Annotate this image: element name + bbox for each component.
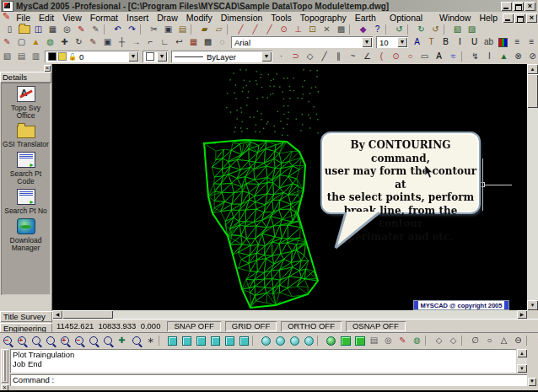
menu-optional-modules[interactable]: Optional Modules xyxy=(385,13,435,24)
command-dock-grip[interactable] xyxy=(1,349,8,383)
aerial-view-button[interactable] xyxy=(129,335,143,346)
view-sphere-4-button[interactable] xyxy=(302,335,316,346)
view-sphere-2-button[interactable] xyxy=(273,335,288,346)
text-style-button[interactable]: A xyxy=(410,36,424,48)
menu-insert[interactable]: Insert xyxy=(122,13,153,24)
paste-button[interactable]: ▤ xyxy=(175,24,190,35)
circle-button[interactable]: ⊙ xyxy=(389,51,403,62)
scroll-up-icon[interactable]: ▲ xyxy=(517,349,527,357)
linetype-combo[interactable]: ByLayer ▼ xyxy=(171,51,272,62)
horizontal-scroll-thumb[interactable] xyxy=(62,310,113,319)
fillet-button[interactable]: ⌐ xyxy=(143,36,158,48)
scroll-left-icon[interactable]: ◀ xyxy=(52,310,62,319)
db-sync-button[interactable]: ↻ xyxy=(414,24,428,35)
scroll-right-icon[interactable]: ▶ xyxy=(517,310,527,319)
sidebar-section-title-survey[interactable]: Title Survey xyxy=(0,311,52,322)
trim-button[interactable]: ┼ xyxy=(115,36,129,48)
render-out-button[interactable]: ▤ xyxy=(367,335,381,346)
view-iso-ne-button[interactable] xyxy=(194,335,208,346)
zoom-all-button[interactable] xyxy=(86,335,100,346)
warn-triangle-button[interactable]: ▲ xyxy=(29,36,43,48)
sidebar-close-icon[interactable]: × xyxy=(44,65,51,72)
gradient-button[interactable]: ≈ xyxy=(446,51,460,62)
font-color-button[interactable] xyxy=(496,36,510,48)
close-icon[interactable]: × xyxy=(525,2,535,11)
horizontal-scrollbar[interactable]: ◀ ▶ xyxy=(52,310,527,319)
sidebar-item-download-manager[interactable]: Download Manager xyxy=(1,218,51,252)
menu-format[interactable]: Format xyxy=(86,13,122,24)
text-button[interactable]: A xyxy=(432,51,446,62)
solid-cone-button[interactable]: △ xyxy=(497,335,511,346)
polyline-button[interactable]: ⊃ xyxy=(288,51,303,62)
underline-button[interactable]: U xyxy=(467,36,482,48)
print-button[interactable]: ▦ xyxy=(46,24,60,35)
view-iso-nw-button[interactable] xyxy=(208,335,223,346)
pan-button[interactable]: ✚ xyxy=(115,335,129,346)
status-osnap-off[interactable]: OSNAP OFF xyxy=(346,321,406,331)
strike-button[interactable]: ab xyxy=(482,36,496,48)
render-pen-button[interactable]: ✎ xyxy=(395,335,410,346)
region-button[interactable]: ▩ xyxy=(334,24,348,35)
solid-cylinder-button[interactable]: ⊖ xyxy=(511,335,525,346)
scroll-up-icon[interactable]: ▲ xyxy=(527,64,538,74)
menu-window[interactable]: Window xyxy=(435,13,475,24)
file-new-button[interactable]: ▯ xyxy=(3,24,17,35)
surface-1-button[interactable]: ◇ xyxy=(432,335,446,346)
font-combo[interactable]: Arial ▼ xyxy=(231,36,373,48)
array-button[interactable]: ▩ xyxy=(201,36,215,48)
solid-slice-button[interactable]: ∅ xyxy=(468,335,482,346)
move-button[interactable]: ✚ xyxy=(57,36,72,48)
menu-file[interactable]: File xyxy=(12,13,35,24)
command-dropdown-icon[interactable]: ▼ xyxy=(528,378,536,386)
zoom-window-button[interactable]: + xyxy=(14,335,29,346)
font-size-combo[interactable]: 10 ▼ xyxy=(376,36,408,48)
inquiry-button[interactable]: I xyxy=(482,51,497,62)
command-input[interactable]: Command : xyxy=(10,374,527,386)
sidebar-item-search-pt-code[interactable]: Search Pt Code xyxy=(1,152,51,185)
scroll-down-icon[interactable]: ▼ xyxy=(517,364,527,373)
arc-button[interactable]: ( xyxy=(374,51,389,62)
solid-circle-button[interactable]: ○ xyxy=(482,335,497,346)
stretch-button[interactable]: ▣ xyxy=(100,36,115,48)
file-open-button[interactable] xyxy=(17,24,31,35)
vertical-scroll-thumb[interactable] xyxy=(527,74,538,108)
status-snap-off[interactable]: SNAP OFF xyxy=(167,321,220,331)
zoom-out-2-button[interactable]: − xyxy=(72,335,86,346)
zoom-in-button[interactable]: + xyxy=(57,335,72,346)
node-box-button[interactable]: ⊡ xyxy=(305,24,320,35)
area-tool-button[interactable]: ▲ xyxy=(497,51,511,62)
scroll-down-icon[interactable]: ▼ xyxy=(527,300,538,310)
red-line-2-button[interactable]: ╱ xyxy=(248,24,262,35)
menu-modify[interactable]: Modify xyxy=(182,13,217,24)
sketch-pen-button[interactable]: ✎ xyxy=(89,24,103,35)
menu-edit[interactable]: Edit xyxy=(35,13,58,24)
mdi-minimize-icon[interactable] xyxy=(503,13,514,23)
scale-pen-button[interactable]: ✎ xyxy=(86,36,100,48)
menu-dimension[interactable]: Dimension xyxy=(217,13,267,24)
extend-button[interactable]: → xyxy=(129,36,143,48)
red-circle-button[interactable]: ⊙ xyxy=(277,24,291,35)
menu-view[interactable]: View xyxy=(58,13,86,24)
align-center-button[interactable]: ≡ xyxy=(525,36,538,48)
bold-button[interactable]: B xyxy=(438,36,453,48)
view-top-button[interactable] xyxy=(223,335,237,346)
fill-diamond-button[interactable]: ◆ xyxy=(356,24,370,35)
mdi-restore-icon[interactable] xyxy=(514,13,525,23)
whats-this-button[interactable]: ? xyxy=(370,24,385,35)
layer-states-button[interactable]: ▥ xyxy=(29,51,43,62)
chamfer-button[interactable]: ∟ xyxy=(158,36,172,48)
check-2-button[interactable]: ▨ xyxy=(465,24,479,35)
line-button[interactable]: ╱ xyxy=(317,51,331,62)
chevron-down-icon[interactable]: ▼ xyxy=(128,51,138,62)
break-circle-button[interactable]: ◌ xyxy=(215,36,229,48)
view-iso-sw-button[interactable] xyxy=(165,335,180,346)
render-box-button[interactable] xyxy=(352,335,367,346)
undo-button[interactable]: ↶ xyxy=(110,24,125,35)
chevron-down-icon[interactable]: ▼ xyxy=(157,51,167,62)
drawing-area[interactable]: By CONTOURING command,user may form the … xyxy=(52,64,527,310)
menu-tools[interactable]: Tools xyxy=(266,13,296,24)
view-sphere-1-button[interactable] xyxy=(259,335,273,346)
zoom-out-button[interactable]: − xyxy=(0,335,14,346)
surface-2-button[interactable]: ◇ xyxy=(446,335,460,346)
db-refresh-button[interactable]: ↺ xyxy=(392,24,406,35)
